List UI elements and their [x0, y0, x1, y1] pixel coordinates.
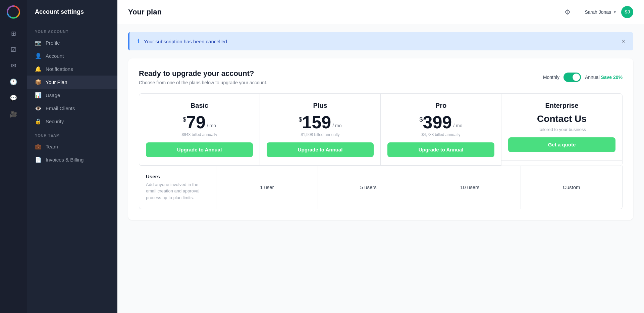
- app-title: Account settings: [35, 8, 84, 15]
- icon-sidebar: ⊞ ☑ ✉ 🕐 💬 🎥: [0, 0, 27, 313]
- plan-basic-name: Basic: [146, 102, 253, 109]
- plan-plus-annual: $1,908 billed annually: [267, 132, 374, 137]
- alert-banner: ℹ Your subscription has been cancelled. …: [128, 32, 633, 50]
- notifications-icon: 🔔: [35, 66, 42, 72]
- sidebar-item-usage[interactable]: 📊 Usage: [27, 89, 117, 102]
- email-clients-icon: 👁️: [35, 105, 42, 111]
- plan-plus-cta[interactable]: Upgrade to Annual: [267, 142, 374, 157]
- plan-plus-name: Plus: [267, 102, 374, 109]
- feature-users-enterprise: Custom: [521, 166, 623, 209]
- plan-basic-period: / mo: [207, 123, 216, 128]
- plan-basic-cta[interactable]: Upgrade to Annual: [146, 142, 253, 157]
- sidebar-icon-chat[interactable]: 💬: [7, 91, 20, 105]
- user-menu[interactable]: Sarah Jonas ▾: [585, 9, 616, 15]
- sidebar-label-account: Account: [46, 53, 64, 59]
- section-label-team: YOUR TEAM: [27, 128, 117, 140]
- toggle-knob: [573, 74, 580, 81]
- feature-users-label: Users Add anyone involved in the email c…: [139, 166, 216, 209]
- sidebar-icon-grid[interactable]: ⊞: [7, 27, 20, 40]
- plan-enterprise-contact: Contact Us: [508, 114, 615, 124]
- sidebar-item-team[interactable]: 💼 Team: [27, 140, 117, 153]
- sidebar-label-usage: Usage: [46, 92, 60, 98]
- plan-pro-period: / mo: [453, 123, 462, 128]
- avatar[interactable]: SJ: [621, 6, 633, 18]
- plan-pro-header: Pro $ 399 / mo $4,788 billed annually Up…: [381, 94, 501, 166]
- billing-annual-label: Annual Save 20%: [585, 75, 623, 80]
- plan-pro-name: Pro: [387, 102, 494, 109]
- save-badge: Save 20%: [601, 75, 623, 80]
- plans-grid: Basic $ 79 / mo $948 billed annually Upg…: [139, 93, 623, 166]
- main-area: Your plan ⚙ Sarah Jonas ▾ SJ ℹ Your subs…: [117, 0, 644, 313]
- plan-subtitle: Choose from one of the plans below to up…: [139, 80, 267, 85]
- sidebar-icon-mail[interactable]: ✉: [7, 59, 20, 73]
- plan-pro-dollar: $: [419, 116, 423, 123]
- plan-pro: Pro $ 399 / mo $4,788 billed annually Up…: [381, 94, 501, 166]
- plan-pro-cta[interactable]: Upgrade to Annual: [387, 142, 494, 157]
- invoices-icon: 📄: [35, 156, 42, 163]
- sidebar-item-security[interactable]: 🔒 Security: [27, 115, 117, 128]
- plan-plus-amount: 159: [302, 114, 331, 131]
- security-icon: 🔒: [35, 118, 42, 125]
- sidebar-item-profile[interactable]: 📷 Profile: [27, 36, 117, 49]
- sidebar-label-email-clients: Email Clients: [46, 105, 75, 111]
- usage-icon: 📊: [35, 92, 42, 98]
- sidebar-item-account[interactable]: 👤 Account: [27, 49, 117, 62]
- alert-close-button[interactable]: ×: [622, 38, 625, 45]
- plan-basic: Basic $ 79 / mo $948 billed annually Upg…: [139, 94, 260, 166]
- sidebar-header: Account settings: [27, 0, 117, 24]
- plan-enterprise: Enterprise Contact Us Tailored to your b…: [501, 94, 622, 166]
- billing-toggle[interactable]: [564, 73, 581, 82]
- feature-users-plus: 5 users: [318, 166, 420, 209]
- plan-enterprise-cta[interactable]: Get a quote: [508, 137, 615, 152]
- plan-basic-price: $ 79 / mo: [146, 114, 253, 131]
- sidebar-label-team: Team: [46, 144, 58, 149]
- section-label-account: YOUR ACCOUNT: [27, 24, 117, 36]
- feature-users-title: Users: [146, 174, 209, 179]
- app-logo[interactable]: [7, 5, 20, 19]
- sidebar-item-invoices[interactable]: 📄 Invoices & Billing: [27, 153, 117, 166]
- sidebar-item-notifications[interactable]: 🔔 Notifications: [27, 62, 117, 76]
- feature-users-basic: 1 user: [216, 166, 318, 209]
- sidebar-label-invoices: Invoices & Billing: [46, 157, 84, 163]
- plan-basic-header: Basic $ 79 / mo $948 billed annually Upg…: [139, 94, 260, 166]
- plan-title-section: Ready to upgrade your account? Choose fr…: [139, 69, 267, 85]
- plan-plus-price: $ 159 / mo: [267, 114, 374, 131]
- profile-icon: 📷: [35, 40, 42, 46]
- header-right: ⚙ Sarah Jonas ▾ SJ: [561, 6, 633, 18]
- account-icon: 👤: [35, 53, 42, 59]
- plan-enterprise-header: Enterprise Contact Us Tailored to your b…: [501, 94, 622, 161]
- sidebar-icon-video[interactable]: 🎥: [7, 107, 20, 121]
- plan-pro-annual: $4,788 billed annually: [387, 132, 494, 137]
- sidebar-icon-check[interactable]: ☑: [7, 43, 20, 56]
- sidebar-item-your-plan[interactable]: 📦 Your Plan: [27, 76, 117, 89]
- team-icon: 💼: [35, 143, 42, 150]
- plan-enterprise-sub: Tailored to your business: [508, 127, 615, 132]
- settings-icon[interactable]: ⚙: [561, 6, 574, 18]
- info-icon: ℹ: [138, 38, 140, 45]
- nav-sidebar: Account settings YOUR ACCOUNT 📷 Profile …: [27, 0, 117, 313]
- sidebar-label-your-plan: Your Plan: [46, 79, 67, 85]
- sidebar-label-profile: Profile: [46, 40, 60, 46]
- plan-pro-amount: 399: [423, 114, 452, 131]
- sidebar-label-security: Security: [46, 119, 64, 124]
- sidebar-label-notifications: Notifications: [46, 66, 73, 72]
- header-divider: [579, 7, 579, 17]
- feature-users-row: Users Add anyone involved in the email c…: [139, 166, 622, 209]
- plan-basic-amount: 79: [186, 114, 206, 131]
- sidebar-item-email-clients[interactable]: 👁️ Email Clients: [27, 102, 117, 115]
- user-name: Sarah Jonas: [585, 9, 611, 15]
- plan-basic-dollar: $: [183, 116, 186, 123]
- page-title: Your plan: [128, 8, 162, 16]
- sidebar-icon-clock[interactable]: 🕐: [7, 75, 20, 89]
- plan-title: Ready to upgrade your account?: [139, 69, 267, 78]
- plan-plus-header: Plus $ 159 / mo $1,908 billed annually U…: [260, 94, 380, 166]
- plan-plus: Plus $ 159 / mo $1,908 billed annually U…: [260, 94, 381, 166]
- plan-header: Ready to upgrade your account? Choose fr…: [139, 69, 623, 85]
- main-header: Your plan ⚙ Sarah Jonas ▾ SJ: [117, 0, 644, 24]
- billing-toggle-section: Monthly Annual Save 20%: [543, 73, 623, 82]
- plan-plus-dollar: $: [299, 116, 302, 123]
- plan-pro-price: $ 399 / mo: [387, 114, 494, 131]
- plan-section: Ready to upgrade your account? Choose fr…: [128, 58, 633, 220]
- chevron-down-icon: ▾: [614, 10, 616, 14]
- main-content: ℹ Your subscription has been cancelled. …: [117, 24, 644, 313]
